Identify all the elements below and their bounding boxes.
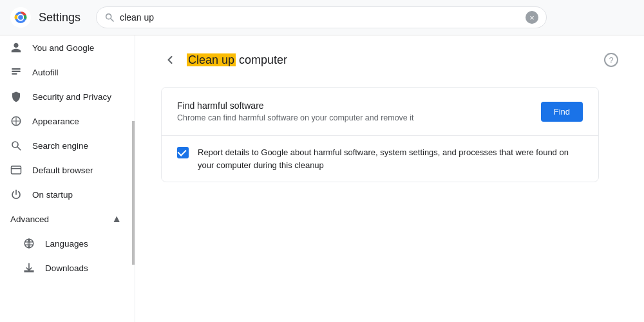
sidebar-item-downloads[interactable]: Downloads xyxy=(0,256,129,280)
content-area: Clean up computer ? Find harmful softwar… xyxy=(135,35,644,322)
sidebar-item-security-privacy[interactable]: Security and Privacy xyxy=(0,84,129,109)
autofill-icon xyxy=(10,66,22,78)
page-header-left: Clean up computer xyxy=(161,51,287,69)
search-input[interactable] xyxy=(120,12,520,23)
sidebar-item-default-browser-label: Default browser xyxy=(32,166,93,175)
appearance-icon xyxy=(10,115,22,127)
page-title-highlight: Clean up xyxy=(187,53,236,66)
sidebar-item-autofill-label: Autofill xyxy=(32,68,59,77)
sidebar-item-on-startup-label: On startup xyxy=(32,190,73,200)
help-icon[interactable]: ? xyxy=(604,53,618,67)
app-title: Settings xyxy=(39,11,80,24)
sidebar-item-appearance[interactable]: Appearance xyxy=(0,109,129,133)
svg-rect-9 xyxy=(12,71,21,72)
download-icon xyxy=(23,262,35,274)
power-icon xyxy=(10,189,22,200)
sidebar-item-you-and-google[interactable]: You and Google xyxy=(0,35,129,60)
find-harmful-software-title: Find harmful software xyxy=(177,100,414,111)
page-header: Clean up computer ? xyxy=(161,51,618,69)
search-icon xyxy=(104,12,115,23)
find-harmful-software-row: Find harmful software Chrome can find ha… xyxy=(162,88,598,136)
section-card: Find harmful software Chrome can find ha… xyxy=(161,87,599,182)
back-button[interactable] xyxy=(161,51,179,69)
scroll-indicator xyxy=(132,35,135,322)
browser-icon xyxy=(10,164,22,176)
find-harmful-software-text: Find harmful software Chrome can find ha… xyxy=(177,100,414,122)
find-harmful-software-desc: Chrome can find harmful software on your… xyxy=(177,113,414,122)
sidebar-item-languages[interactable]: Languages xyxy=(0,231,129,256)
chevron-up-icon: ▲ xyxy=(111,213,122,225)
svg-line-7 xyxy=(111,19,113,21)
svg-rect-10 xyxy=(12,73,17,75)
svg-point-12 xyxy=(12,142,18,147)
sidebar: You and Google Autofill Security and Pri… xyxy=(0,35,135,322)
sidebar-item-security-privacy-label: Security and Privacy xyxy=(32,92,111,102)
sidebar-item-default-browser[interactable]: Default browser xyxy=(0,158,129,182)
globe-icon xyxy=(23,238,35,249)
sidebar-item-on-startup[interactable]: On startup xyxy=(0,182,129,207)
sidebar-item-autofill[interactable]: Autofill xyxy=(0,60,129,84)
find-button[interactable]: Find xyxy=(541,102,583,122)
page-title-rest: computer xyxy=(236,53,287,66)
report-details-checkbox[interactable] xyxy=(177,147,189,158)
svg-line-13 xyxy=(17,147,21,150)
search-engine-icon xyxy=(10,140,22,151)
svg-rect-14 xyxy=(12,166,21,174)
checkbox-label: Report details to Google about harmful s… xyxy=(198,146,583,171)
sidebar-item-appearance-label: Appearance xyxy=(32,117,79,126)
sidebar-item-languages-label: Languages xyxy=(45,239,88,249)
shield-icon xyxy=(10,91,22,102)
svg-point-16 xyxy=(24,239,33,248)
clear-search-button[interactable]: × xyxy=(526,11,538,24)
sidebar-item-you-and-google-label: You and Google xyxy=(32,43,94,53)
top-bar: Settings × xyxy=(0,0,644,35)
sidebar-item-search-engine-label: Search engine xyxy=(32,141,88,151)
page-title: Clean up computer xyxy=(187,53,287,67)
chrome-logo xyxy=(10,7,31,28)
search-bar: × xyxy=(96,6,547,28)
svg-rect-8 xyxy=(12,68,21,70)
svg-point-5 xyxy=(18,15,23,20)
sidebar-advanced-section[interactable]: Advanced ▲ xyxy=(0,207,135,231)
sidebar-item-downloads-label: Downloads xyxy=(45,263,88,273)
sidebar-item-search-engine[interactable]: Search engine xyxy=(0,133,129,158)
main-layout: You and Google Autofill Security and Pri… xyxy=(0,35,644,322)
advanced-section-label: Advanced xyxy=(10,214,49,224)
person-icon xyxy=(10,42,22,53)
checkbox-row: Report details to Google about harmful s… xyxy=(162,136,598,182)
